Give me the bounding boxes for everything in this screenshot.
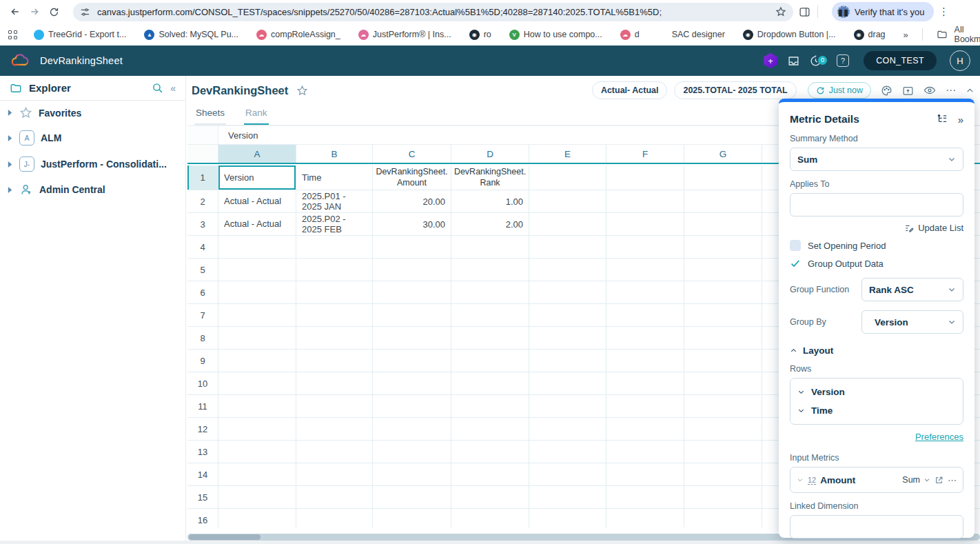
cell-F14[interactable] — [606, 463, 684, 486]
sidebar-item-alm[interactable]: A ALM — [0, 125, 185, 151]
cell-B2[interactable]: 2025.P01 - 2025 JAN — [296, 190, 373, 213]
row-header-8[interactable]: 8 — [187, 327, 218, 350]
cell-E8[interactable] — [529, 327, 606, 350]
row-header-2[interactable]: 2 — [187, 190, 218, 213]
context-filter-version[interactable]: Actual- Actual — [592, 81, 668, 99]
layout-section-toggle[interactable]: Layout — [790, 345, 963, 356]
all-bookmarks-folder-icon[interactable] — [937, 29, 948, 40]
cell-B4[interactable] — [296, 236, 373, 259]
cell-G2[interactable] — [684, 190, 762, 213]
cell-D13[interactable] — [451, 441, 529, 463]
cell-B5[interactable] — [296, 259, 373, 281]
bookmarks-overflow-icon[interactable]: » — [904, 30, 908, 40]
cell-C14[interactable] — [373, 463, 451, 486]
col-header-E[interactable]: E — [529, 145, 606, 163]
sidebar-item-favorites[interactable]: Favorites — [0, 101, 185, 125]
preferences-link[interactable]: Preferences — [915, 432, 963, 442]
site-settings-icon[interactable] — [80, 7, 90, 17]
bookmark-item[interactable]: ▲Solved: MySQL Pu... — [144, 30, 238, 40]
group-function-select[interactable]: Rank ASC — [861, 278, 963, 301]
cell-D3[interactable]: 2.00 — [451, 213, 529, 236]
row-header-13[interactable]: 13 — [187, 441, 218, 463]
cell-B15[interactable] — [296, 486, 373, 509]
url-text[interactable]: canvas.justperform.com/CONSOL_TEST/space… — [97, 7, 775, 17]
cell-E10[interactable] — [529, 372, 606, 395]
bookmark-item[interactable]: ☁d — [620, 30, 640, 40]
export-icon[interactable] — [902, 85, 914, 97]
cell-G15[interactable] — [684, 486, 762, 509]
cell-C12[interactable] — [373, 418, 451, 441]
cell-D12[interactable] — [451, 418, 529, 441]
cell-E2[interactable] — [529, 190, 606, 213]
cell-E6[interactable] — [529, 281, 606, 304]
bookmark-item[interactable]: ◉Dropdown Button |... — [743, 30, 836, 40]
row-header-4[interactable]: 4 — [187, 236, 218, 259]
cell-G8[interactable] — [684, 327, 762, 350]
cell-F2[interactable] — [606, 190, 684, 213]
more-options-icon[interactable]: ⋯ — [946, 84, 956, 97]
bookmark-item[interactable]: TreeGrid - Export t... — [34, 30, 126, 40]
cell-C15[interactable] — [373, 486, 451, 509]
cell-F11[interactable] — [606, 395, 684, 418]
cell-E12[interactable] — [529, 418, 606, 441]
cell-G1[interactable] — [684, 165, 762, 190]
cell-name-box[interactable] — [187, 126, 218, 144]
checkbox-checked-icon[interactable] — [790, 258, 801, 269]
row-header-7[interactable]: 7 — [187, 304, 218, 327]
cell-B7[interactable] — [296, 304, 373, 327]
bookmark-item[interactable]: ◉ro — [469, 30, 491, 40]
cell-F6[interactable] — [606, 281, 684, 304]
row-header-16[interactable]: 16 — [187, 509, 218, 527]
cell-F4[interactable] — [606, 236, 684, 259]
bookmark-item[interactable]: SAC designer — [657, 30, 725, 40]
row-header-9[interactable]: 9 — [187, 350, 218, 372]
cell-D2[interactable]: 1.00 — [451, 190, 529, 213]
apps-grid-icon[interactable] — [8, 30, 17, 39]
cell-D8[interactable] — [451, 327, 529, 350]
cell-F7[interactable] — [606, 304, 684, 327]
cell-B12[interactable] — [296, 418, 373, 441]
row-header-5[interactable]: 5 — [187, 259, 218, 281]
browser-menu-icon[interactable]: ⋮ — [934, 2, 953, 21]
row-header-1[interactable]: 1 — [187, 165, 218, 190]
cell-D14[interactable] — [451, 463, 529, 486]
addon-hexagon-icon[interactable]: + — [763, 53, 778, 68]
row-header-6[interactable]: 6 — [187, 281, 218, 304]
cell-A7[interactable] — [218, 304, 296, 327]
cell-F10[interactable] — [606, 372, 684, 395]
cell-G16[interactable] — [684, 509, 762, 527]
palette-icon[interactable] — [881, 85, 892, 97]
all-bookmarks-label[interactable]: All Bookmarks — [955, 25, 980, 44]
cell-G4[interactable] — [684, 236, 762, 259]
sidebar-item-justperform-consolidation[interactable]: J- JustPerform - Consolidati... — [0, 151, 185, 177]
cell-C2[interactable]: 20.00 — [373, 190, 451, 213]
row-header-15[interactable]: 15 — [187, 486, 218, 509]
sidebar-item-admin-central[interactable]: Admin Central — [0, 177, 185, 202]
cell-D16[interactable] — [451, 509, 529, 527]
cell-B3[interactable]: 2025.P02 - 2025 FEB — [296, 213, 373, 236]
cell-F12[interactable] — [606, 418, 684, 441]
tab-rank[interactable]: Rank — [244, 105, 269, 125]
linked-dimension-input[interactable] — [790, 515, 963, 538]
reload-button[interactable] — [44, 2, 63, 21]
address-bar[interactable]: canvas.justperform.com/CONSOL_TEST/space… — [73, 3, 793, 21]
col-header-F[interactable]: F — [606, 145, 684, 163]
open-external-icon[interactable] — [935, 476, 943, 485]
cell-C6[interactable] — [373, 281, 451, 304]
cell-F15[interactable] — [606, 486, 684, 509]
col-header-A[interactable]: A — [218, 145, 296, 163]
row-header-3[interactable]: 3 — [187, 213, 218, 236]
update-list-link[interactable]: Update List — [904, 223, 963, 233]
cell-B11[interactable] — [296, 395, 373, 418]
collapse-chevron-icon[interactable] — [966, 86, 974, 95]
cell-G13[interactable] — [684, 441, 762, 463]
inbox-tray-icon[interactable] — [787, 54, 800, 68]
group-by-select[interactable]: Version — [861, 310, 963, 334]
cell-A8[interactable] — [218, 327, 296, 350]
metric-more-icon[interactable]: ⋯ — [948, 475, 957, 485]
cell-D10[interactable] — [451, 372, 529, 395]
row-header-11[interactable]: 11 — [187, 395, 218, 418]
cell-E11[interactable] — [529, 395, 606, 418]
cell-C1[interactable]: DevRankingSheet. Amount — [373, 165, 451, 190]
cell-B8[interactable] — [296, 327, 373, 350]
